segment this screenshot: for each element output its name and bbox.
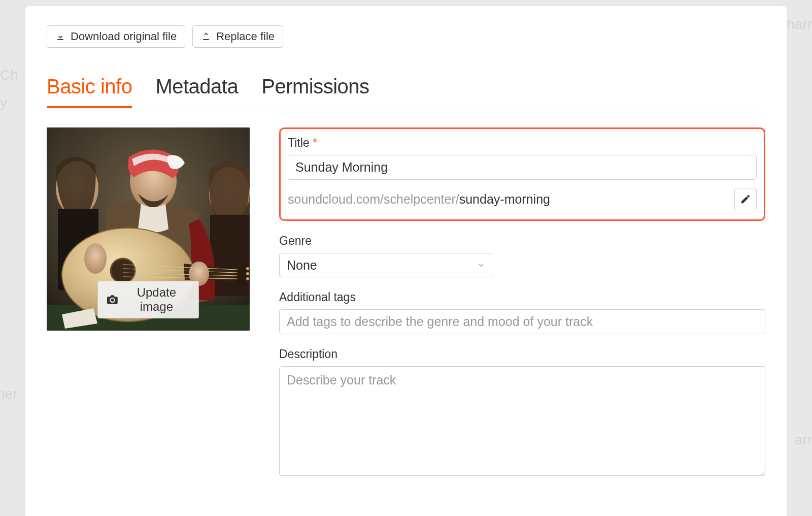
form-content: Update image Title * soundcloud.com/sche… bbox=[47, 127, 765, 491]
svg-rect-11 bbox=[235, 266, 247, 285]
edit-track-modal: Download original file Replace file Basi… bbox=[25, 6, 787, 516]
svg-point-13 bbox=[246, 272, 249, 275]
download-icon bbox=[55, 31, 65, 42]
tags-label: Additional tags bbox=[279, 291, 765, 304]
update-image-label: Update image bbox=[124, 285, 189, 314]
bg-fragment: Ch bbox=[0, 67, 18, 83]
genre-label: Genre bbox=[279, 234, 765, 248]
permalink-row: soundcloud.com/schelpcenter/sunday-morni… bbox=[288, 188, 757, 210]
bg-fragment: harr bbox=[787, 16, 812, 33]
bg-fragment: her bbox=[0, 386, 17, 402]
tab-permissions[interactable]: Permissions bbox=[261, 75, 369, 108]
genre-group: Genre None bbox=[279, 234, 765, 277]
description-group: Description bbox=[279, 347, 765, 478]
edit-permalink-button[interactable] bbox=[734, 188, 757, 210]
bg-fragment: arr bbox=[795, 432, 812, 448]
description-textarea[interactable] bbox=[279, 366, 765, 476]
tab-bar: Basic info Metadata Permissions bbox=[47, 75, 765, 108]
permalink-slug: sunday-morning bbox=[459, 192, 550, 206]
title-permalink-group: Title * soundcloud.com/schelpcenter/sund… bbox=[279, 127, 765, 221]
bg-fragment: y bbox=[0, 94, 7, 111]
tags-group: Additional tags bbox=[279, 291, 765, 334]
tab-metadata[interactable]: Metadata bbox=[155, 75, 238, 108]
form-fields: Title * soundcloud.com/schelpcenter/sund… bbox=[279, 127, 765, 491]
download-label: Download original file bbox=[71, 30, 177, 43]
svg-point-14 bbox=[246, 277, 249, 280]
camera-icon bbox=[107, 295, 118, 305]
replace-label: Replace file bbox=[216, 30, 275, 43]
svg-point-19 bbox=[84, 243, 107, 274]
tab-basic-info[interactable]: Basic info bbox=[47, 75, 132, 108]
permalink-prefix: soundcloud.com/schelpcenter/ bbox=[288, 192, 459, 206]
title-label: Title * bbox=[288, 136, 757, 150]
description-label: Description bbox=[279, 347, 765, 361]
update-image-button[interactable]: Update image bbox=[97, 281, 199, 318]
replace-file-button[interactable]: Replace file bbox=[192, 25, 283, 48]
pencil-icon bbox=[740, 194, 751, 205]
svg-point-12 bbox=[246, 267, 249, 270]
genre-select[interactable]: None bbox=[279, 253, 492, 277]
title-input[interactable] bbox=[288, 155, 757, 180]
upload-icon bbox=[201, 31, 211, 42]
download-original-button[interactable]: Download original file bbox=[47, 25, 185, 48]
required-asterisk: * bbox=[313, 136, 317, 149]
top-actions: Download original file Replace file bbox=[47, 25, 765, 48]
track-artwork: Update image bbox=[47, 127, 250, 331]
tags-input[interactable] bbox=[279, 309, 765, 334]
